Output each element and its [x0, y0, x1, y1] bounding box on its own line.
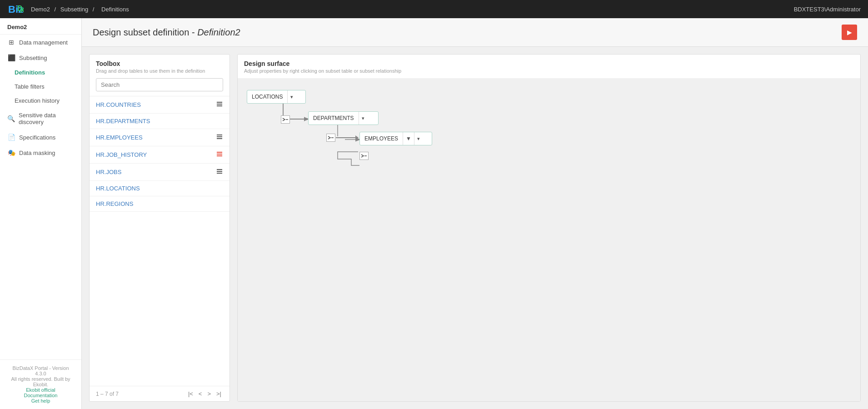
svg-rect-4: [217, 102, 222, 103]
drag-icon: [216, 133, 223, 142]
page-header: Design subset definition - Definition2 ▶: [82, 18, 868, 47]
sidebar-sub-item-definitions[interactable]: Definitions: [0, 65, 81, 80]
relation-icon-2: [328, 135, 334, 141]
svg-rect-14: [217, 171, 222, 172]
employees-label: EMPLOYEES: [360, 135, 403, 142]
svg-rect-10: [217, 152, 222, 153]
design-surface: Design surface Adjust properties by righ…: [237, 54, 861, 402]
sidebar-item-label: Sensitive data discovery: [19, 112, 74, 125]
get-help-link[interactable]: Get help: [31, 398, 50, 404]
sidebar-item-label: Specifications: [19, 134, 55, 141]
relation-icon-3: [361, 153, 367, 159]
filter-icon[interactable]: ▼: [403, 132, 414, 145]
drag-icon: [216, 100, 223, 109]
breadcrumb: Demo2 / Subsetting / Definitions: [31, 6, 132, 13]
sidebar: Demo2 ⊞ Data management ⬛ Subsetting Def…: [0, 18, 82, 409]
sidebar-item-specifications[interactable]: 📄 Specifications: [0, 130, 81, 145]
table-name: HR.DEPARTMENTS: [96, 118, 150, 125]
employees-node[interactable]: EMPLOYEES ▼ ▾: [359, 132, 432, 145]
sidebar-item-sensitive-data[interactable]: 🔍 Sensitive data discovery: [0, 108, 81, 130]
list-item[interactable]: HR.JOBS: [90, 164, 229, 181]
toolbox-footer: 1 – 7 of 7 |< < > >|: [90, 386, 229, 401]
run-button[interactable]: ▶: [842, 25, 857, 40]
breadcrumb-demo2[interactable]: Demo2: [31, 6, 50, 13]
last-page-button[interactable]: >|: [215, 390, 223, 398]
version-text: BizDataX Portal - Version 4.3.0: [7, 365, 74, 376]
departments-node[interactable]: DEPARTMENTS ▾: [308, 111, 379, 125]
sidebar-sub-item-execution-history[interactable]: Execution history: [0, 94, 81, 108]
toolbox-header: Toolbox Drag and drop tables to use them…: [90, 55, 229, 78]
sidebar-item-subsetting[interactable]: ⬛ Subsetting: [0, 50, 81, 65]
employees-caret[interactable]: ▾: [414, 132, 423, 145]
sidebar-item-label: Subsetting: [19, 55, 47, 61]
sidebar-sub-subsetting: Definitions Table filters Execution hist…: [0, 65, 81, 108]
rights-text: All rights reserved. Built by Ekobit.: [7, 376, 74, 387]
toolbox-title: Toolbox: [96, 60, 223, 67]
pagination-info: 1 – 7 of 7: [96, 391, 119, 397]
next-page-button[interactable]: >: [205, 390, 213, 398]
arrow-2: [336, 136, 359, 139]
search-icon: 🔍: [7, 115, 15, 122]
connector-departments-employees: [326, 134, 335, 142]
toolbox: Toolbox Drag and drop tables to use them…: [89, 54, 230, 402]
ekobit-link[interactable]: Ekobit official: [26, 387, 55, 393]
sidebar-item-data-management[interactable]: ⊞ Data management: [0, 35, 81, 50]
connector-lines: [238, 78, 860, 401]
connector-locations-departments: [281, 115, 290, 124]
svg-rect-6: [217, 105, 222, 106]
design-surface-header: Design surface Adjust properties by righ…: [238, 55, 860, 78]
table-name: HR.REGIONS: [96, 200, 133, 207]
sidebar-sub-item-table-filters[interactable]: Table filters: [0, 80, 81, 94]
svg-rect-8: [217, 136, 222, 137]
breadcrumb-subsetting[interactable]: Subsetting: [60, 6, 88, 13]
table-name: HR.EMPLOYEES: [96, 134, 143, 141]
departments-label: DEPARTMENTS: [309, 115, 359, 121]
list-item[interactable]: HR.REGIONS: [90, 196, 229, 212]
specifications-icon: 📄: [7, 134, 15, 141]
topnav-user: BDXTEST3\Administrator: [794, 6, 861, 13]
locations-node[interactable]: LOCATIONS ▾: [247, 90, 306, 104]
svg-rect-9: [217, 138, 222, 139]
sidebar-project: Demo2: [0, 18, 81, 35]
sidebar-item-data-masking[interactable]: 🎭 Data masking: [0, 145, 81, 160]
logo: Biz D X: [7, 1, 24, 17]
svg-rect-12: [217, 155, 222, 156]
logo-icon: Biz D X: [7, 1, 24, 17]
design-surface-canvas[interactable]: LOCATIONS ▾: [238, 78, 860, 401]
sidebar-item-label: Data management: [19, 39, 68, 46]
pagination-buttons: |< < > >|: [186, 390, 223, 398]
subsetting-icon: ⬛: [7, 54, 15, 61]
list-item[interactable]: HR.JOB_HISTORY: [90, 146, 229, 164]
breadcrumb-definitions: Definitions: [101, 6, 129, 13]
connector-loop: [359, 152, 369, 160]
list-item[interactable]: HR.COUNTRIES: [90, 96, 229, 114]
table-name: HR.JOBS: [96, 169, 121, 175]
svg-rect-5: [217, 104, 222, 105]
svg-rect-7: [217, 135, 222, 135]
data-masking-icon: 🎭: [7, 149, 15, 156]
table-name: HR.COUNTRIES: [96, 101, 141, 108]
topnav: Biz D X Demo2 / Subsetting / Definitions…: [0, 0, 868, 18]
search-input[interactable]: [96, 78, 223, 91]
table-name: HR.JOB_HISTORY: [96, 151, 147, 158]
main-content: Design subset definition - Definition2 ▶…: [82, 18, 868, 409]
locations-caret[interactable]: ▾: [287, 90, 296, 103]
list-item[interactable]: HR.DEPARTMENTS: [90, 114, 229, 129]
sidebar-footer: BizDataX Portal - Version 4.3.0 All righ…: [0, 359, 81, 409]
table-name: HR.LOCATIONS: [96, 185, 140, 192]
design-surface-subtitle: Adjust properties by right clicking on s…: [244, 68, 854, 74]
page-title: Design subset definition - Definition2: [93, 27, 240, 38]
drag-icon: [216, 168, 223, 176]
prev-page-button[interactable]: <: [197, 390, 204, 398]
list-item[interactable]: HR.LOCATIONS: [90, 181, 229, 196]
departments-caret[interactable]: ▾: [359, 112, 367, 125]
definition-name: Definition2: [197, 27, 240, 37]
arrow-1: [290, 118, 307, 120]
locations-label: LOCATIONS: [247, 94, 287, 100]
sidebar-item-label: Data masking: [19, 150, 55, 156]
list-item[interactable]: HR.EMPLOYEES: [90, 129, 229, 146]
first-page-button[interactable]: |<: [186, 390, 195, 398]
toolbox-subtitle: Drag and drop tables to use them in the …: [96, 68, 223, 74]
svg-rect-13: [217, 169, 222, 170]
documentation-link[interactable]: Documentation: [24, 393, 58, 398]
